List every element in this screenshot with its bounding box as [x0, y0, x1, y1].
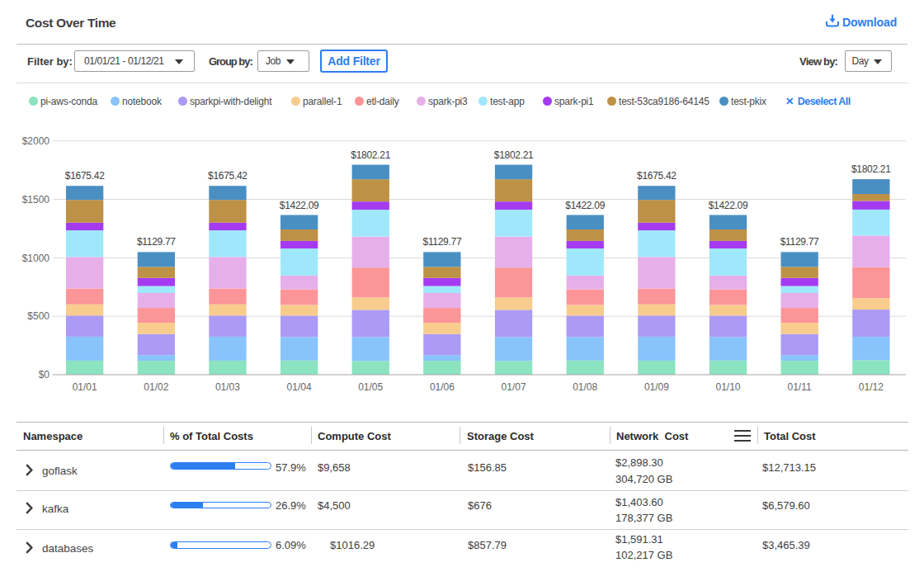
svg-text:$1802.21: $1802.21 — [494, 149, 534, 161]
svg-text:$1129.77: $1129.77 — [780, 236, 819, 248]
svg-text:$500: $500 — [27, 310, 50, 322]
svg-text:$1802.21: $1802.21 — [351, 149, 390, 161]
svg-text:$1422.09: $1422.09 — [709, 200, 748, 211]
svg-text:01/10: 01/10 — [715, 381, 740, 393]
svg-text:01/08: 01/08 — [573, 381, 597, 393]
svg-text:$1422.09: $1422.09 — [565, 200, 605, 211]
svg-text:$1802.21: $1802.21 — [851, 163, 891, 175]
svg-text:$1422.09: $1422.09 — [280, 200, 319, 211]
svg-text:01/04: 01/04 — [287, 381, 312, 393]
svg-text:$1675.42: $1675.42 — [637, 170, 676, 182]
svg-text:$2000: $2000 — [22, 135, 50, 147]
svg-text:01/07: 01/07 — [502, 381, 526, 393]
svg-text:01/06: 01/06 — [430, 381, 455, 393]
svg-text:$1000: $1000 — [22, 253, 50, 264]
svg-text:01/12: 01/12 — [859, 381, 884, 393]
svg-text:$1500: $1500 — [22, 194, 50, 206]
svg-text:01/09: 01/09 — [644, 381, 669, 393]
svg-text:$1675.42: $1675.42 — [208, 170, 248, 182]
svg-text:01/02: 01/02 — [144, 381, 168, 393]
svg-text:01/05: 01/05 — [358, 381, 383, 393]
svg-text:$1675.42: $1675.42 — [65, 170, 105, 182]
svg-text:01/11: 01/11 — [788, 381, 812, 393]
svg-text:$0: $0 — [39, 369, 50, 380]
svg-text:01/01: 01/01 — [73, 381, 97, 393]
svg-text:$1129.77: $1129.77 — [423, 236, 462, 248]
svg-text:01/03: 01/03 — [215, 381, 240, 393]
svg-text:$1129.77: $1129.77 — [137, 236, 176, 248]
